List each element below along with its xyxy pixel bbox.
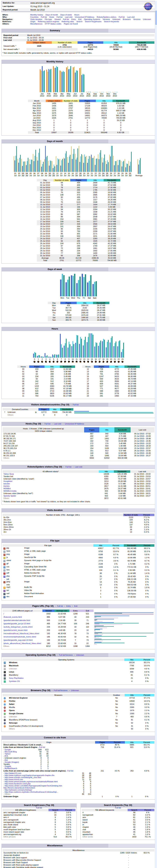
bar-group bbox=[117, 340, 120, 358]
link-full-list[interactable]: Full list bbox=[45, 423, 50, 425]
link-days-of-month[interactable]: Days of month bbox=[46, 14, 58, 16]
link-full-list[interactable]: Full list bbox=[39, 746, 45, 748]
link-aol[interactable]: - AOL bbox=[3, 755, 8, 757]
link-microsoft-bing[interactable]: - Microsoft Bing bbox=[3, 751, 17, 753]
pages-cell: 394 bbox=[70, 215, 87, 218]
robots-footnote: * Robots shown here gave hits or traffic… bbox=[3, 500, 154, 503]
link-monthly-history[interactable]: Monthly history bbox=[30, 14, 43, 16]
link-unresolved-ip-address[interactable]: Unresolved IP Address bbox=[65, 423, 84, 425]
link-msnbot-media[interactable]: MSNBot-media bbox=[3, 490, 17, 492]
link-pages-not-found[interactable]: Pages not found bbox=[64, 23, 78, 25]
link-full-list[interactable]: Full list bbox=[67, 770, 73, 772]
link-versions[interactable]: Versions bbox=[103, 18, 110, 20]
link-full-list[interactable]: Full list bbox=[41, 16, 47, 18]
link-yahoo-slurp[interactable]: Yahoo Slurp bbox=[3, 473, 14, 475]
link-symbian-os[interactable]: Symbian OS bbox=[9, 680, 20, 682]
table-row: /gazette/calendar/calendar.html5002.16 K… bbox=[3, 619, 154, 622]
col-header-number-of-visits: Number of visits bbox=[123, 514, 139, 516]
link-environmental-trails-trails-home-shtml[interactable]: /environmental/trails/trails_home.shtml bbox=[3, 636, 36, 638]
link-referring-search-engines[interactable]: Referring search engines bbox=[38, 21, 59, 23]
link-browsers[interactable]: Browsers bbox=[123, 18, 131, 20]
link-googlebot[interactable]: Googlebot bbox=[3, 480, 12, 482]
link-http-www-americantrails-org-resources-statetrails-ristate-html[interactable]: - http://www.americantrails.org/resource… bbox=[3, 780, 57, 783]
link-dogpile[interactable]: - Dogpile bbox=[3, 765, 11, 767]
link-file-type[interactable]: File type bbox=[45, 18, 52, 20]
bandwidth-bar bbox=[31, 160, 32, 172]
link-full-list[interactable]: Full list bbox=[36, 807, 42, 809]
link-hosts[interactable]: Hosts bbox=[49, 16, 54, 18]
link-full-list[interactable]: Full list bbox=[56, 16, 62, 18]
link-featured-events-html[interactable]: /featured_events.html bbox=[3, 616, 22, 618]
link-gazette-gazette-aug-sept-10-html[interactable]: /gazette/gazette_aug-sept-10.html bbox=[3, 639, 32, 641]
link-unknown[interactable]: Unknown bbox=[71, 689, 79, 691]
link-full-list[interactable]: Full list bbox=[115, 807, 121, 809]
link-http-trips-outdoors-org-index-cfm-method-search-fullview-tripi[interactable]: - http://trips.outdoors.org/index.cfm/me… bbox=[3, 791, 58, 793]
link-miscellaneous[interactable]: Miscellaneous bbox=[30, 23, 43, 25]
link-google[interactable]: - Google bbox=[3, 749, 11, 751]
link-entry[interactable]: Entry bbox=[72, 18, 76, 20]
link-exit[interactable]: Exit bbox=[74, 605, 77, 607]
link-mywebsearch[interactable]: - MyWebSearch bbox=[3, 767, 17, 769]
link-msnbot[interactable]: MSNBot bbox=[3, 488, 10, 490]
link-last-visit[interactable]: Last visit bbox=[75, 466, 82, 468]
label-line: 27 bbox=[113, 173, 116, 175]
link-heritrix[interactable]: Heritrix bbox=[3, 485, 9, 487]
link-countries[interactable]: Countries bbox=[30, 16, 38, 18]
link-unknown[interactable]: Unknown bbox=[143, 18, 151, 20]
name-text: Linux bbox=[9, 671, 14, 673]
link-search-keywords[interactable]: Search Keywords bbox=[104, 21, 119, 23]
keyphrases-box: 448 different keyphrasesSearchPercentamc… bbox=[1, 807, 77, 840]
link-full-list[interactable]: Full list bbox=[57, 605, 63, 607]
link-last-visit[interactable]: Last visit bbox=[54, 423, 61, 425]
link-http-lalala123-com[interactable]: - http://lalala123.com bbox=[3, 772, 21, 774]
link-full-list[interactable]: Full list bbox=[63, 18, 69, 20]
link-referring-sites[interactable]: Referring sites bbox=[61, 21, 74, 23]
link-http-www-mnn4-com[interactable]: - http://www.mnn4.com bbox=[3, 778, 23, 780]
link-last-visit[interactable]: Last visit bbox=[127, 16, 135, 18]
link-days-of-week[interactable]: Days of week bbox=[60, 14, 72, 16]
link-sony-playstation[interactable]: Sony PlayStation bbox=[9, 677, 24, 679]
link-twiceler[interactable]: twiceler bbox=[3, 483, 10, 485]
link-yahoo[interactable]: - Yahoo! bbox=[3, 753, 10, 755]
link-visits-duration[interactable]: Visits duration bbox=[30, 18, 42, 20]
vertical-scrollbar[interactable] bbox=[155, 1, 157, 868]
link-http-ashearer-com-amc-listings[interactable]: - http://ashearer.com/amc/listings/ bbox=[3, 789, 32, 791]
link-http-www-climbri-com-amc-narragansettchaptertechclimbing-htm[interactable]: - http://www.climbri.com/AMC/Narraganset… bbox=[3, 785, 62, 787]
link-versions[interactable]: Versions bbox=[133, 18, 140, 20]
link-full-list[interactable]: Full list bbox=[119, 16, 125, 18]
link-search-keyphrases[interactable]: Search Keyphrases bbox=[85, 21, 102, 23]
link-recreational-local-hikes-local-hikes-shtml[interactable]: /recreational/local_hikes/local_hikes.sh… bbox=[3, 632, 39, 634]
link-viewed[interactable]: Viewed bbox=[54, 18, 60, 20]
link-gazette-gazette-jun-jul-10-html[interactable]: /gazette/gazette_jun-jul-10.html bbox=[3, 623, 30, 625]
link-unknown[interactable]: Unknown bbox=[76, 654, 84, 656]
link-google-images[interactable]: - Google (Images) bbox=[3, 761, 19, 763]
link-search[interactable]: Search bbox=[76, 21, 82, 23]
link-full-list[interactable]: Full list bbox=[66, 466, 72, 468]
link-hours[interactable]: Hours bbox=[74, 14, 79, 16]
link-full-list[interactable]: Full list bbox=[73, 404, 79, 406]
link-http-www-facebook-com-l-php[interactable]: - http://www.facebook.com/l.php bbox=[3, 783, 31, 785]
separator: - bbox=[72, 465, 74, 468]
link-gazette-current-issues-html[interactable]: /gazette/current_issues.html bbox=[3, 629, 27, 631]
link-entry[interactable]: Entry bbox=[67, 605, 71, 607]
link-http-www-a1trails-com-hiking-hk-clne-html[interactable]: - http://www.a1trails.com/hiking/hk_clne… bbox=[3, 776, 41, 778]
link-last-visit[interactable]: Last visit bbox=[65, 16, 73, 18]
link-gazette-calendar-calendar-html[interactable]: /gazette/calendar/calendar.html bbox=[3, 619, 30, 621]
link-x[interactable]: / bbox=[3, 613, 4, 615]
link-exit[interactable]: Exit bbox=[78, 18, 81, 20]
link-unresolved-ip-address[interactable]: Unresolved IP Address bbox=[75, 16, 94, 18]
link-activity-listings-narr-events-shtml[interactable]: /activity_listings/narr_events.shtml bbox=[3, 626, 32, 628]
link-operating-systems[interactable]: Operating Systems bbox=[84, 18, 100, 20]
link-origin[interactable]: Origin bbox=[30, 21, 35, 23]
link-http-status-codes[interactable]: HTTP Status codes bbox=[45, 23, 61, 25]
scrollbar-thumb[interactable] bbox=[155, 11, 157, 25]
link-speedy-spider[interactable]: Speedy Spider bbox=[3, 495, 16, 497]
link-full-list-versions[interactable]: Full list/Versions bbox=[59, 654, 73, 656]
link-robots-spiders-visitors[interactable]: Robots/Spiders visitors bbox=[97, 16, 116, 18]
link-unknown[interactable]: Unknown bbox=[112, 18, 120, 20]
link-http-www-outdoors-org-chapters-narragansett-chapter-cfm[interactable]: - http://www.outdoors.org/chapters/narra… bbox=[3, 774, 54, 776]
link-http-florent-clairamboult-fr-dom2dom[interactable]: http://florent.clairamboult.fr/dom2dom bbox=[3, 787, 35, 789]
link-full-list-versions[interactable]: Full list/Versions bbox=[54, 689, 68, 691]
link-photo-albums-local-hikes-local-hikes-shtml[interactable]: /photo_albums/local_hikes/local_hikes.sh… bbox=[3, 642, 41, 644]
link-ask[interactable]: - Ask bbox=[3, 759, 8, 761]
